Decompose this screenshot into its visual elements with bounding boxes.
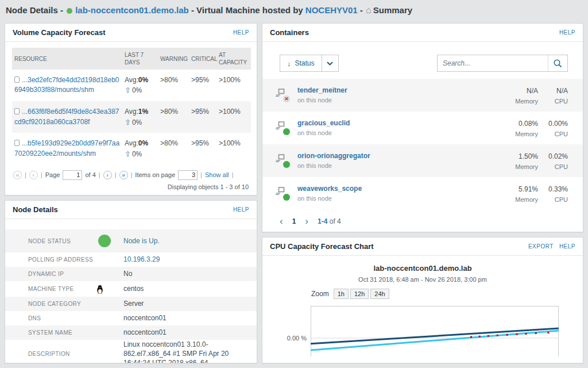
cpu-value: 0.00% bbox=[548, 120, 568, 128]
col-header-last7days: LAST 7 DAYS bbox=[122, 48, 158, 70]
container-icon bbox=[275, 187, 290, 201]
panel-cpu-capacity-forecast: CPU Capacity Forecast Chart EXPORT HELP … bbox=[262, 237, 583, 363]
chart-title: lab-noccentcon01.demo.lab bbox=[262, 264, 583, 273]
avg-label: Avg: bbox=[125, 139, 138, 147]
list-item: gracious_euclid on this node 0.08%Memory… bbox=[262, 112, 583, 144]
panel-title: Containers bbox=[270, 28, 309, 37]
last-page-button[interactable]: » bbox=[119, 171, 128, 179]
container-name-link[interactable]: weaveworks_scope bbox=[297, 185, 494, 193]
resource-link[interactable]: ...3ed2efc7fde4dd2d198d18eb06949b303f88/… bbox=[14, 76, 119, 94]
description-value: Linux noccentcon01 3.10.0-862.el7.x86_64… bbox=[123, 340, 257, 363]
y-axis-tick-label: 0.00 % bbox=[287, 335, 307, 342]
current-page[interactable]: 1 bbox=[292, 217, 296, 225]
volume-icon bbox=[14, 76, 20, 83]
help-link[interactable]: HELP bbox=[233, 206, 249, 213]
zoom-12h-button[interactable]: 12h bbox=[350, 289, 369, 299]
panel-title: Volume Capacity Forecast bbox=[13, 28, 106, 37]
next-page-button[interactable]: › bbox=[305, 217, 308, 225]
page-range: 1-4 bbox=[318, 217, 327, 225]
container-sub-label: on this node bbox=[297, 162, 332, 169]
resource-link[interactable]: ...663f6f8e6d5f4f9de8c43ea387cd9cf92018a… bbox=[14, 108, 119, 125]
container-name-link[interactable]: tender_meitner bbox=[297, 86, 494, 94]
container-sub-label: on this node bbox=[297, 97, 332, 103]
field-label: DESCRIPTION bbox=[28, 351, 96, 357]
resource-link[interactable]: ...b5fe193d929e2b0dd97e9f7aa70209220ee2/… bbox=[14, 139, 119, 157]
show-all-link[interactable]: Show all bbox=[205, 171, 229, 178]
container-name-link[interactable]: gracious_euclid bbox=[297, 119, 494, 127]
field-label: MACHINE TYPE bbox=[28, 286, 96, 292]
table-row: ...663f6f8e6d5f4f9de8c43ea387cd9cf92018a… bbox=[12, 101, 251, 133]
memory-label: Memory bbox=[515, 131, 538, 137]
list-item: orion-orionaggregator on this node 1.50%… bbox=[262, 144, 583, 177]
items-per-page-input[interactable] bbox=[178, 170, 198, 180]
page-title-prefix: Node Details - bbox=[6, 5, 65, 15]
chart-date-range: Oct 31 2018, 6:48 am - Nov 26 2018, 3:00… bbox=[262, 276, 583, 283]
dynamic-ip-value: No bbox=[123, 269, 257, 278]
zoom-1h-button[interactable]: 1h bbox=[334, 289, 349, 299]
table-header-row: RESOURCE LAST 7 DAYS WARNING CRITICAL AT… bbox=[12, 48, 251, 70]
machine-type-value: centos bbox=[123, 284, 257, 293]
node-category-row: NODE CATEGORY Server bbox=[5, 297, 257, 311]
host-link[interactable]: NOCEHYV01 bbox=[305, 5, 358, 15]
help-link[interactable]: HELP bbox=[559, 29, 575, 36]
dynamic-ip-row: DYNAMIC IP No bbox=[5, 267, 257, 281]
trend-up-icon: ⇧ bbox=[125, 118, 131, 126]
dns-value: noccentcon01 bbox=[123, 313, 257, 323]
memory-label: Memory bbox=[515, 196, 538, 203]
prev-page-button[interactable]: ‹ bbox=[29, 171, 38, 179]
prev-page-button[interactable]: ‹ bbox=[280, 217, 283, 225]
cpu-label: CPU bbox=[555, 131, 568, 137]
panel-title: CPU Capacity Forecast Chart bbox=[270, 242, 374, 251]
avg-label: Avg: bbox=[125, 108, 138, 116]
volume-icon bbox=[14, 108, 20, 114]
linux-penguin-icon bbox=[96, 285, 104, 294]
critical-threshold: >95% bbox=[189, 101, 216, 133]
trend-up-icon: ⇧ bbox=[125, 86, 131, 94]
search-input[interactable] bbox=[438, 55, 548, 71]
avg-value: 0% bbox=[138, 76, 148, 84]
page-of-label: of bbox=[330, 217, 335, 225]
home-icon: ⌂ bbox=[366, 5, 372, 15]
container-error-icon: ✕ bbox=[283, 95, 290, 102]
zoom-24h-button[interactable]: 24h bbox=[370, 289, 389, 299]
col-header-at-capacity: AT CAPACITY bbox=[216, 48, 251, 70]
help-link[interactable]: HELP bbox=[559, 243, 575, 250]
node-status-up-icon bbox=[67, 8, 72, 14]
field-label: DYNAMIC IP bbox=[28, 271, 96, 277]
node-status-value[interactable]: Node is Up. bbox=[123, 236, 257, 246]
col-header-warning: WARNING bbox=[158, 48, 189, 70]
field-label: NODE STATUS bbox=[28, 238, 96, 244]
first-page-button[interactable]: « bbox=[13, 171, 22, 179]
sort-dropdown-button[interactable] bbox=[322, 55, 338, 71]
memory-value: 1.50% bbox=[519, 152, 538, 160]
container-icon: ✕ bbox=[275, 89, 290, 102]
chart-series-group bbox=[311, 328, 559, 350]
page-number-input[interactable] bbox=[63, 170, 82, 180]
memory-label: Memory bbox=[515, 163, 538, 170]
container-name-link[interactable]: orion-orionaggregator bbox=[297, 152, 494, 160]
page-label: Page bbox=[45, 171, 60, 178]
memory-value: 5.91% bbox=[519, 185, 538, 193]
at-capacity-threshold: >100% bbox=[216, 70, 251, 101]
col-header-resource: RESOURCE bbox=[12, 48, 122, 70]
cpu-label: CPU bbox=[555, 98, 568, 105]
search-box bbox=[437, 55, 568, 72]
polling-ip-value[interactable]: 10.196.3.29 bbox=[123, 255, 257, 264]
node-link[interactable]: lab-noccentcon01.demo.lab bbox=[75, 5, 189, 15]
search-button[interactable] bbox=[548, 55, 567, 71]
export-link[interactable]: EXPORT bbox=[528, 243, 554, 250]
help-link[interactable]: HELP bbox=[233, 29, 249, 36]
cpu-label: CPU bbox=[555, 196, 568, 203]
summary-label[interactable]: Summary bbox=[373, 5, 412, 15]
trend-value: 0% bbox=[132, 150, 142, 158]
warning-threshold: >80% bbox=[158, 133, 189, 164]
panel-title: Node Details bbox=[13, 205, 58, 214]
sort-by-status-button[interactable]: ↓ Status bbox=[280, 55, 339, 72]
cpu-value: N/A bbox=[556, 87, 568, 95]
panel-containers: Containers HELP ↓ Status bbox=[262, 23, 583, 232]
list-item: ✕ tender_meitner on this node N/AMemory … bbox=[262, 79, 583, 112]
next-page-button[interactable]: › bbox=[103, 171, 112, 179]
memory-label: Memory bbox=[515, 98, 538, 105]
container-up-icon bbox=[283, 161, 290, 168]
sort-down-arrow-icon: ↓ bbox=[287, 59, 291, 68]
